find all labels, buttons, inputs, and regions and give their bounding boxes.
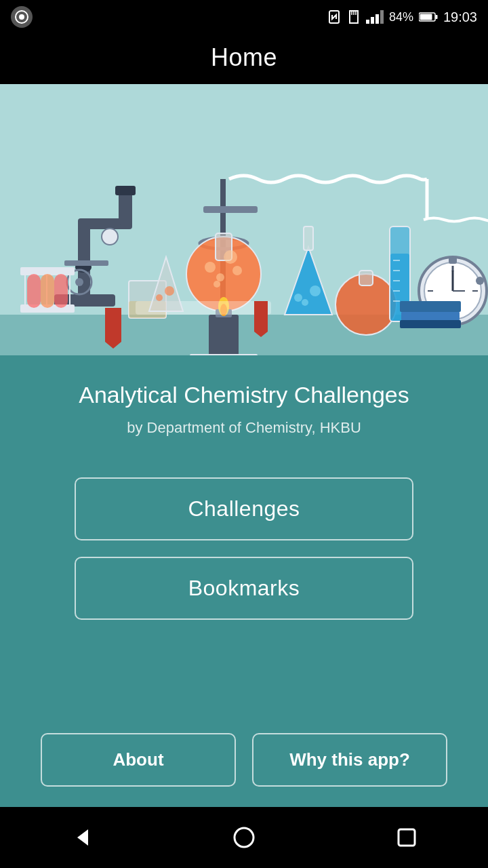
- battery-icon: [419, 12, 438, 22]
- svg-point-1: [19, 14, 24, 20]
- svg-point-55: [302, 299, 308, 306]
- recents-button[interactable]: [393, 824, 420, 851]
- why-app-button[interactable]: Why this app?: [252, 733, 447, 787]
- svg-rect-21: [64, 260, 108, 266]
- sd-card-icon: [347, 9, 361, 24]
- hero-image: [0, 84, 488, 355]
- svg-rect-88: [399, 829, 415, 846]
- svg-point-23: [75, 278, 83, 286]
- svg-rect-12: [435, 15, 437, 19]
- status-bar: 84% 19:03: [0, 0, 488, 34]
- svg-point-85: [165, 286, 174, 296]
- chemistry-illustration: [0, 84, 488, 355]
- bottom-buttons: About Why this app?: [41, 713, 447, 787]
- svg-rect-77: [400, 320, 461, 328]
- svg-rect-31: [41, 274, 54, 308]
- challenges-button[interactable]: Challenges: [75, 477, 413, 540]
- about-button[interactable]: About: [41, 733, 236, 787]
- svg-marker-80: [105, 308, 121, 349]
- svg-point-87: [235, 828, 253, 847]
- svg-rect-76: [401, 312, 460, 320]
- status-left: [11, 6, 33, 28]
- battery-text: 84%: [389, 10, 413, 24]
- svg-rect-19: [115, 186, 136, 195]
- svg-point-41: [232, 266, 242, 275]
- nfc-icon: [327, 9, 342, 24]
- svg-rect-11: [420, 14, 432, 20]
- svg-rect-7: [371, 17, 374, 24]
- svg-rect-47: [190, 354, 258, 355]
- svg-rect-73: [449, 257, 457, 264]
- svg-rect-75: [400, 301, 461, 312]
- svg-rect-30: [27, 274, 41, 308]
- svg-rect-34: [203, 206, 258, 213]
- svg-marker-82: [254, 301, 268, 337]
- svg-rect-9: [380, 10, 384, 24]
- svg-point-74: [476, 277, 484, 285]
- svg-rect-32: [54, 274, 68, 308]
- svg-point-53: [294, 294, 302, 302]
- app-icon: [11, 6, 33, 28]
- main-content: Analytical Chemistry Challenges by Depar…: [0, 355, 488, 807]
- svg-point-39: [224, 250, 237, 264]
- svg-rect-8: [375, 14, 379, 24]
- time-display: 19:03: [443, 9, 477, 25]
- svg-point-84: [156, 294, 163, 301]
- back-button[interactable]: [68, 824, 95, 851]
- svg-rect-29: [69, 273, 70, 307]
- svg-rect-43: [209, 315, 239, 355]
- app-subtitle: by Department of Chemistry, HKBU: [127, 419, 361, 437]
- svg-point-42: [214, 281, 220, 288]
- svg-rect-52: [304, 226, 313, 250]
- svg-marker-86: [77, 829, 88, 846]
- svg-rect-57: [359, 271, 373, 285]
- home-button[interactable]: [230, 824, 258, 851]
- svg-point-38: [205, 262, 216, 273]
- svg-point-54: [310, 285, 321, 296]
- app-title: Analytical Chemistry Challenges: [79, 380, 409, 410]
- nav-bar: [0, 807, 488, 868]
- app-header: Home: [0, 34, 488, 84]
- signal-icon: [366, 10, 384, 24]
- svg-point-40: [216, 273, 224, 281]
- status-right: 84% 19:03: [327, 9, 477, 25]
- svg-rect-18: [119, 191, 132, 225]
- svg-rect-27: [24, 273, 26, 307]
- page-title: Home: [0, 43, 488, 72]
- svg-rect-6: [366, 20, 369, 24]
- bookmarks-button[interactable]: Bookmarks: [75, 557, 413, 620]
- svg-point-24: [102, 229, 118, 245]
